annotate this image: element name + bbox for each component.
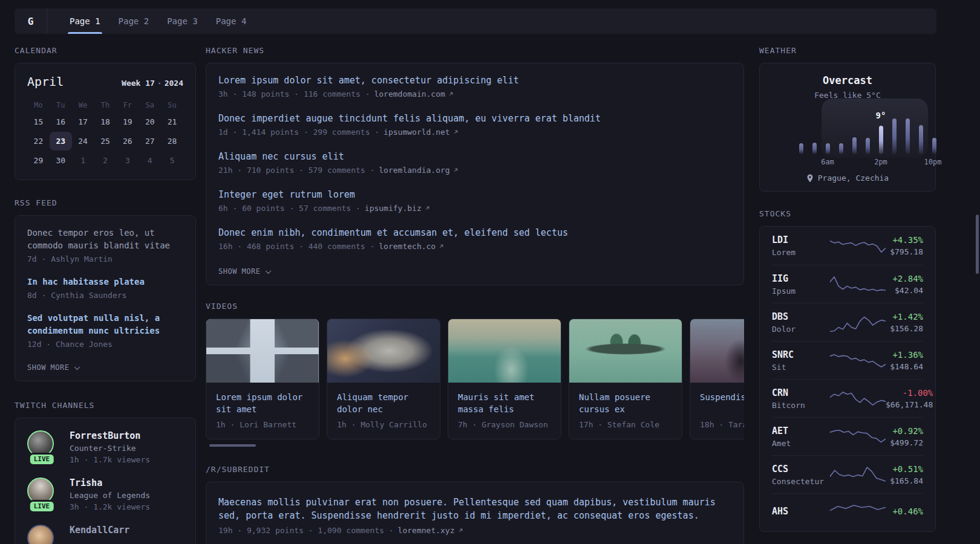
video-thumbnail[interactable] (690, 319, 744, 383)
calendar-day[interactable]: 29 (27, 151, 50, 170)
calendar-day[interactable]: 27 (139, 132, 161, 151)
video-card[interactable]: Suspendisse diam 18h · Tara (690, 319, 744, 439)
channel-name[interactable]: ForrestBurton (70, 430, 150, 441)
video-card[interactable]: Mauris sit amet massa felis 7h · Grayson… (448, 319, 561, 439)
calendar-day[interactable]: 16 (50, 112, 72, 131)
channel-avatar (27, 430, 54, 457)
stock-name: Amet (772, 439, 830, 448)
video-card[interactable]: Lorem ipsum dolor sit amet consectetu… 1… (206, 319, 319, 439)
tab-page-4[interactable]: Page 4 (207, 8, 256, 34)
hn-item-meta: 3h · 148 points · 116 comments ·loremdom… (218, 89, 731, 99)
hn-domain-link[interactable]: loremlandia.org (379, 166, 458, 175)
twitch-section-title: TWITCH CHANNELS (15, 401, 196, 410)
hn-show-more-button[interactable]: SHOW MORE (218, 267, 270, 276)
calendar-day[interactable]: 26 (116, 132, 139, 151)
video-thumbnail[interactable] (206, 319, 319, 383)
calendar-day[interactable]: 25 (94, 132, 117, 151)
stock-symbol[interactable]: AET (772, 426, 830, 436)
hn-domain-link[interactable]: ipsumworld.net (384, 128, 459, 137)
tab-page-2[interactable]: Page 2 (109, 8, 158, 34)
stock-symbol[interactable]: CRN (772, 387, 830, 398)
calendar-day[interactable]: 19 (116, 112, 139, 131)
stock-symbol[interactable]: IIG (772, 273, 830, 284)
stock-row[interactable]: DBSDolor +1.42%$156.28 (772, 303, 923, 341)
twitch-channel-row[interactable]: LIVE Trisha League of Legends 3h · 1.2k … (27, 478, 183, 511)
hn-domain-link[interactable]: loremdomain.com (374, 89, 453, 99)
hn-item-meta: 6h · 60 points · 57 comments ·ipsumify.b… (218, 204, 731, 213)
page-scrollbar[interactable] (976, 215, 979, 274)
hn-item-title[interactable]: Donec imperdiet augue tincidunt felis al… (218, 112, 731, 125)
stock-price: $165.84 (886, 476, 923, 485)
rss-item-title[interactable]: In hac habitasse platea (27, 276, 183, 288)
calendar-day[interactable]: 17 (72, 112, 94, 131)
calendar-day[interactable]: 22 (27, 132, 50, 151)
channel-avatar (27, 525, 54, 544)
calendar-day[interactable]: 2 (94, 151, 117, 170)
stock-row[interactable]: CRNBitcorn -1.00%$66,171.48 (772, 379, 923, 417)
hn-item-title[interactable]: Integer eget rutrum lorem (218, 189, 731, 201)
stock-row[interactable]: LDILorem +4.35%$795.18 (772, 227, 923, 265)
hn-meta-text: 3h · 148 points · 116 comments · (218, 89, 370, 99)
channel-game[interactable]: Counter-Strike (70, 444, 150, 453)
video-meta: 17h · Stefan Cole (579, 420, 672, 429)
hn-item: Integer eget rutrum lorem 6h · 60 points… (218, 189, 731, 213)
stock-row[interactable]: AHS +0.46% (772, 493, 923, 531)
calendar-day[interactable]: 15 (27, 112, 50, 131)
stock-row[interactable]: SNRCSit +1.36%$148.64 (772, 341, 923, 379)
video-title[interactable]: Aliquam tempor dolor nec pharetra… (337, 391, 430, 415)
calendar-day[interactable]: 18 (94, 112, 117, 131)
video-title[interactable]: Lorem ipsum dolor sit amet consectetu… (216, 391, 309, 415)
calendar-day[interactable]: 21 (161, 112, 183, 131)
video-thumbnail[interactable] (327, 319, 440, 383)
hn-item-title[interactable]: Aliquam nec cursus elit (218, 151, 731, 163)
rss-show-more-button[interactable]: SHOW MORE (27, 363, 79, 372)
calendar-day[interactable]: 20 (139, 112, 161, 131)
hn-domain-link[interactable]: ipsumify.biz (365, 204, 430, 213)
stock-symbol[interactable]: LDI (772, 235, 830, 245)
rss-item-title[interactable]: Sed volutpat nulla nisl, a condimentum n… (27, 312, 183, 337)
channel-game[interactable]: League of Legends (70, 491, 150, 500)
stocks-widget: LDILorem +4.35%$795.18 IIGIpsum +2.84%$4… (759, 226, 936, 532)
tab-page-3[interactable]: Page 3 (158, 8, 207, 34)
video-thumbnail[interactable] (569, 319, 682, 383)
channel-name[interactable]: Trisha (70, 478, 150, 488)
channel-name[interactable]: KendallCarr (70, 525, 129, 536)
app-logo[interactable]: G (15, 8, 47, 34)
stock-row[interactable]: IIGIpsum +2.84%$42.04 (772, 265, 923, 303)
hn-domain-text: loremlandia.org (379, 166, 449, 175)
stock-symbol[interactable]: CCS (772, 464, 830, 474)
stock-row[interactable]: AETAmet +0.92%$499.72 (772, 417, 923, 455)
rss-item-title[interactable]: Donec tempor eros leo, ut commodo mauris… (27, 227, 183, 252)
calendar-day[interactable]: 24 (72, 132, 94, 151)
video-title[interactable]: Suspendisse diam (700, 391, 744, 415)
stock-name: Consectetur (772, 477, 830, 486)
video-card[interactable]: Nullam posuere cursus ex 17h · Stefan Co… (569, 319, 682, 439)
hn-domain-link[interactable]: loremtech.co (379, 242, 444, 251)
stock-symbol[interactable]: SNRC (772, 349, 830, 360)
weather-section-title: WEATHER (759, 46, 936, 55)
tab-page-1[interactable]: Page 1 (60, 8, 109, 34)
carousel-scrollbar[interactable] (209, 444, 256, 447)
calendar-day[interactable]: 1 (72, 151, 94, 170)
hn-item-title[interactable]: Lorem ipsum dolor sit amet, consectetur … (218, 74, 731, 86)
hn-item-title[interactable]: Donec enim nibh, condimentum et accumsan… (218, 227, 731, 239)
video-title[interactable]: Mauris sit amet massa felis (458, 391, 551, 415)
twitch-channel-row[interactable]: KendallCarr (27, 525, 183, 544)
twitch-channel-row[interactable]: LIVE ForrestBurton Counter-Strike 1h · 1… (27, 430, 183, 464)
external-link-icon (425, 206, 430, 211)
reddit-domain-link[interactable]: loremnet.xyz (398, 526, 463, 535)
stock-row[interactable]: CCSConsectetur +0.51%$165.84 (772, 455, 923, 493)
calendar-day[interactable]: 30 (50, 151, 72, 170)
calendar-day[interactable]: 3 (116, 151, 139, 170)
calendar-day[interactable]: 5 (161, 151, 183, 170)
stock-symbol[interactable]: DBS (772, 311, 830, 322)
calendar-day[interactable]: 23 (50, 132, 72, 151)
calendar-day[interactable]: 28 (161, 132, 183, 151)
video-thumbnail[interactable] (448, 319, 561, 383)
calendar-day[interactable]: 4 (139, 151, 161, 170)
reddit-post-title[interactable]: Maecenas mollis pulvinar erat non posuer… (218, 496, 731, 522)
videos-section: VIDEOS Lorem ipsum dolor sit amet consec… (206, 302, 744, 447)
stock-symbol[interactable]: AHS (772, 506, 830, 517)
video-card[interactable]: Aliquam tempor dolor nec pharetra… 1h · … (327, 319, 440, 439)
video-title[interactable]: Nullam posuere cursus ex (579, 391, 672, 415)
